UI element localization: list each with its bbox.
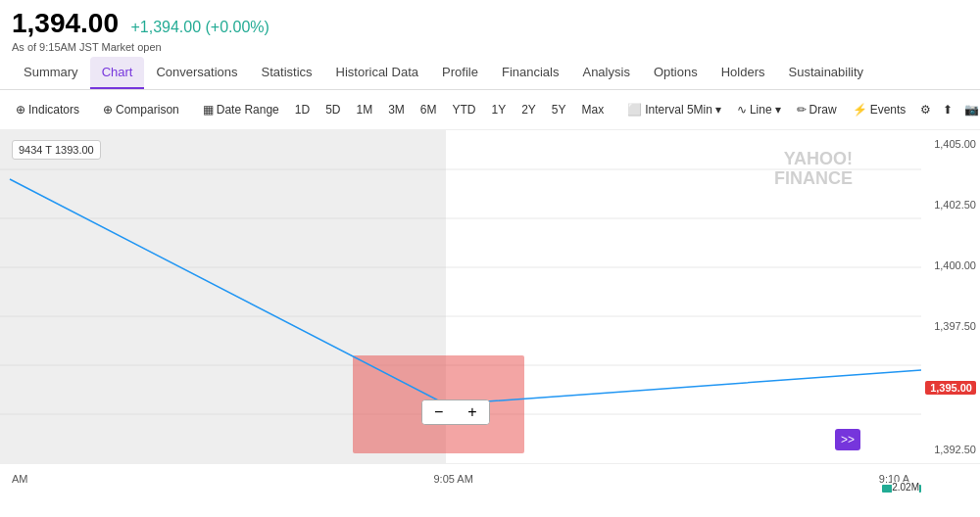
tab-chart[interactable]: Chart [90,57,145,89]
indicators-label: Indicators [28,103,79,117]
period-1y[interactable]: 1Y [485,100,512,119]
settings-button[interactable]: ⚙ [915,100,936,119]
screenshot-button[interactable]: 📷 [959,100,980,119]
tab-analysis[interactable]: Analysis [570,57,641,89]
period-3m[interactable]: 3M [382,100,411,119]
expand-button[interactable]: >> [835,429,860,450]
share-button[interactable]: ⬆ [938,100,957,119]
y-label-5: 1,395.00 [925,381,976,395]
period-max[interactable]: Max [576,100,611,119]
date-range-label: Date Range [217,103,279,117]
draw-icon: ✏ [797,103,807,117]
y-label-3: 1,400.00 [925,259,976,271]
watermark-line2: FINANCE [774,169,853,189]
calendar-icon: ▦ [203,103,214,117]
zoom-in-button[interactable]: + [456,400,488,424]
events-label: Events [870,103,906,117]
interval-icon: ⬜ [627,103,642,117]
price-change: +1,394.00 (+0.00%) [130,19,269,35]
comparison-icon: ⊕ [103,103,113,117]
period-1d[interactable]: 1D [289,100,316,119]
period-5d[interactable]: 5D [319,100,346,119]
period-6m[interactable]: 6M [415,100,443,119]
watermark-line1: YAHOO! [774,150,853,169]
interval-button[interactable]: ⬜ Interval 5Min ▾ [621,100,727,119]
chart-toolbar: ⊕ Indicators ⊕ Comparison ▦ Date Range 1… [0,90,980,130]
chart-container: 9434 T 1393.00 − + >> YAHOO! FINANCE 1,4… [0,130,980,463]
tooltip-text: 9434 T 1393.00 [19,144,94,156]
toolbar-right-actions: ⚙ ⬆ 📷 ⤢ Full screen [915,96,980,123]
date-range-button[interactable]: ▦ Date Range [197,100,285,119]
price-meta: As of 9:15AM JST Market open [12,41,968,53]
period-1m[interactable]: 1M [350,100,378,119]
interval-label: Interval 5Min [645,103,712,117]
events-button[interactable]: ⚡ Events [847,100,912,119]
tab-financials[interactable]: Financials [490,57,571,89]
period-5y[interactable]: 5Y [546,100,572,119]
y-label-6: 1,392.50 [925,444,976,455]
volume-bar [0,485,921,493]
comparison-label: Comparison [116,103,179,117]
tab-profile[interactable]: Profile [430,57,490,89]
comparison-button[interactable]: ⊕ Comparison [97,100,185,119]
zoom-controls[interactable]: − + [421,400,490,425]
zoom-out-button[interactable]: − [422,400,455,424]
line-icon: ∿ [737,103,747,117]
volume-label: 2.02M [892,482,919,493]
line-chevron: ▾ [775,103,781,117]
tab-statistics[interactable]: Statistics [250,57,324,89]
tab-summary[interactable]: Summary [12,57,90,89]
chart-tooltip: 9434 T 1393.00 [12,140,101,160]
time-label-am: AM [12,473,28,485]
line-type-button[interactable]: ∿ Line ▾ [731,100,787,119]
indicators-icon: ⊕ [16,103,25,117]
y-label-4: 1,397.50 [925,320,976,332]
bottom-bar: AM 9:05 AM 9:10 A 2.02M [0,463,980,493]
header: 1,394.00 +1,394.00 (+0.00%) As of 9:15AM… [0,0,980,57]
tabs-bar: Summary Chart Conversations Statistics H… [0,57,980,90]
tab-historical-data[interactable]: Historical Data [324,57,431,89]
y-label-2: 1,402.50 [925,199,976,211]
time-label-905: 9:05 AM [433,473,472,485]
price-value: 1,394.00 [12,8,119,38]
line-label: Line [750,103,772,117]
draw-button[interactable]: ✏ Draw [791,100,843,119]
draw-label: Draw [809,103,837,117]
chart-canvas-area[interactable]: 9434 T 1393.00 − + >> YAHOO! FINANCE [0,130,921,463]
tab-holders[interactable]: Holders [710,57,777,89]
tab-sustainability[interactable]: Sustainability [777,57,876,89]
tab-conversations[interactable]: Conversations [144,57,249,89]
period-ytd[interactable]: YTD [446,100,481,119]
tab-options[interactable]: Options [642,57,710,89]
yahoo-watermark: YAHOO! FINANCE [774,150,853,189]
time-labels: AM 9:05 AM 9:10 A [0,473,921,485]
period-2y[interactable]: 2Y [515,100,542,119]
indicators-button[interactable]: ⊕ Indicators [10,100,85,119]
interval-chevron: ▾ [715,103,721,117]
y-axis: 1,405.00 1,402.50 1,400.00 1,397.50 1,39… [921,130,980,463]
events-icon: ⚡ [853,103,867,117]
y-label-1: 1,405.00 [925,138,976,150]
